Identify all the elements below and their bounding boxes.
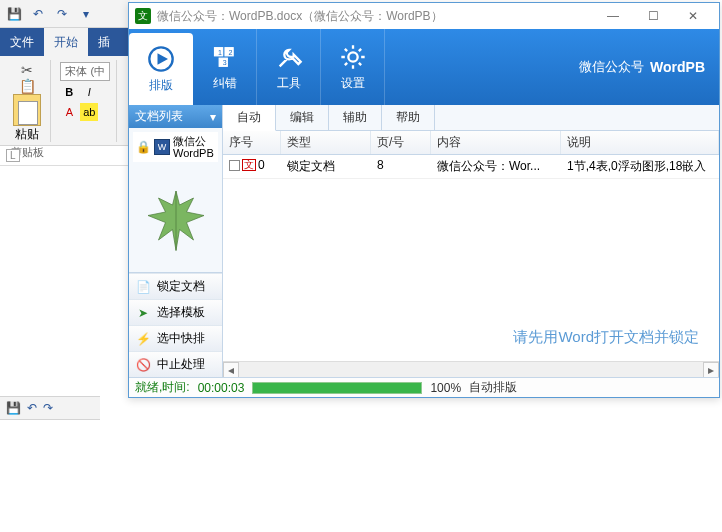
svg-text:1: 1 (218, 48, 222, 55)
col-seq[interactable]: 序号 (223, 131, 281, 154)
undo-icon[interactable]: ↶ (27, 401, 37, 415)
lock-icon: 📄 (135, 280, 151, 294)
ribbon-settings-label: 设置 (341, 75, 365, 92)
row-page: 8 (371, 155, 431, 178)
ribbon-correct-label: 纠错 (213, 75, 237, 92)
scroll-track[interactable] (239, 362, 703, 378)
maximize-button[interactable]: ☐ (633, 3, 673, 29)
progress-bar (252, 382, 422, 394)
hint-text: 请先用Word打开文档并锁定 (513, 328, 699, 347)
ribbon-settings[interactable]: 设置 (321, 29, 385, 105)
table-header: 序号 类型 页/号 内容 说明 (223, 131, 719, 155)
word-app: 💾 ↶ ↷ ▾ 文件 开始 插 ✂ 📋 粘贴 剪贴板 宋体 (中 B I (0, 0, 130, 532)
stop-label: 中止处理 (157, 356, 205, 373)
paste-button[interactable]: ✂ 📋 粘贴 (10, 62, 44, 143)
choose-template-label: 选择模板 (157, 304, 205, 321)
undo-icon[interactable]: ↶ (28, 4, 48, 24)
tab-home[interactable]: 开始 (44, 28, 88, 56)
lightning-icon: ⚡ (135, 332, 151, 346)
wpb-statusbar: 就绪,时间: 00:00:03 100% 自动排版 (129, 377, 719, 397)
tab-file[interactable]: 文件 (0, 28, 44, 56)
save-icon[interactable]: 💾 (4, 4, 24, 24)
col-desc[interactable]: 说明 (561, 131, 719, 154)
doc-name: 微信公 WordPB (173, 135, 214, 159)
highlight-button[interactable]: ab (80, 103, 98, 121)
qat-more-icon[interactable]: ▾ (76, 4, 96, 24)
wpb-app-icon: 文 (135, 8, 151, 24)
result-table: 序号 类型 页/号 内容 说明 文 0 锁定文档 8 (223, 131, 719, 377)
tab-auto[interactable]: 自动 (223, 105, 276, 131)
play-icon (147, 45, 175, 73)
tab-insert[interactable]: 插 (88, 28, 120, 56)
ribbon-tools-label: 工具 (277, 75, 301, 92)
scroll-right-icon[interactable]: ▸ (703, 362, 719, 378)
font-name-combo[interactable]: 宋体 (中 (60, 62, 110, 81)
tab-edit[interactable]: 编辑 (276, 105, 329, 130)
row-desc: 1节,4表,0浮动图形,18嵌入 (561, 155, 719, 178)
ribbon-tools[interactable]: 工具 (257, 29, 321, 105)
word-ruler: L (0, 146, 130, 166)
col-page[interactable]: 页/号 (371, 131, 431, 154)
sidebar-header-label: 文档列表 (135, 108, 183, 125)
doc-item[interactable]: 🔒 W 微信公 WordPB (133, 132, 218, 162)
col-type[interactable]: 类型 (281, 131, 371, 154)
wpb-tabbar: 自动 编辑 辅助 帮助 (223, 105, 719, 131)
quick-typeset-label: 选中快排 (157, 330, 205, 347)
lock-doc-label: 锁定文档 (157, 278, 205, 295)
word-tabbar: 文件 开始 插 (0, 28, 130, 56)
maple-leaf-icon (141, 184, 211, 254)
leaf-decoration (129, 166, 222, 272)
row-type: 锁定文档 (281, 155, 371, 178)
row-checkbox[interactable] (229, 160, 240, 171)
gear-icon (339, 43, 367, 71)
stop-button[interactable]: 🚫中止处理 (129, 351, 222, 377)
arrow-icon: ➤ (135, 306, 151, 320)
horizontal-scrollbar[interactable]: ◂ ▸ (223, 361, 719, 377)
ribbon-typeset[interactable]: 排版 (129, 33, 193, 105)
scroll-left-icon[interactable]: ◂ (223, 362, 239, 378)
italic-button[interactable]: I (80, 83, 98, 101)
sidebar-header: 文档列表 ▾ (129, 105, 222, 128)
ribbon-typeset-label: 排版 (149, 77, 173, 94)
redo-icon[interactable]: ↷ (52, 4, 72, 24)
blocks-icon: 123 (211, 43, 239, 71)
brand-prefix: 微信公众号 (579, 58, 644, 76)
status-percent: 100% (430, 381, 461, 395)
row-content: 微信公众号：Wor... (431, 155, 561, 178)
row-seq: 0 (258, 158, 265, 172)
wpb-window-title: 微信公众号：WordPB.docx（微信公众号：WordPB） (157, 8, 593, 25)
ruler-tab-mark: L (6, 149, 20, 162)
ribbon-correct[interactable]: 123 纠错 (193, 29, 257, 105)
bold-button[interactable]: B (60, 83, 78, 101)
row-badge: 文 (242, 159, 256, 171)
stop-icon: 🚫 (135, 358, 151, 372)
word-qat-bottom: 💾 ↶ ↷ (0, 396, 100, 420)
lock-doc-button[interactable]: 📄锁定文档 (129, 273, 222, 299)
wpb-sidebar: 文档列表 ▾ 🔒 W 微信公 WordPB 📄锁定文档 ➤选择模板 ⚡选 (129, 105, 223, 377)
wpb-main: 自动 编辑 辅助 帮助 序号 类型 页/号 内容 说明 文 (223, 105, 719, 377)
svg-point-7 (348, 52, 357, 61)
tab-help[interactable]: 帮助 (382, 105, 435, 130)
wordpb-window: 文 微信公众号：WordPB.docx（微信公众号：WordPB） — ☐ ✕ … (128, 2, 720, 398)
brand-name: WordPB (650, 59, 705, 75)
doc-list: 🔒 W 微信公 WordPB (129, 128, 222, 166)
choose-template-button[interactable]: ➤选择模板 (129, 299, 222, 325)
table-row[interactable]: 文 0 锁定文档 8 微信公众号：Wor... 1节,4表,0浮动图形,18嵌入 (223, 155, 719, 179)
close-button[interactable]: ✕ (673, 3, 713, 29)
redo-icon[interactable]: ↷ (43, 401, 53, 415)
word-doc-icon: W (154, 139, 170, 155)
progress-fill (253, 383, 421, 393)
font-color-button[interactable]: A (60, 103, 78, 121)
paste-label: 粘贴 (15, 126, 39, 143)
minimize-button[interactable]: — (593, 3, 633, 29)
save-icon[interactable]: 💾 (6, 401, 21, 415)
word-qat: 💾 ↶ ↷ ▾ (0, 0, 130, 28)
quick-typeset-button[interactable]: ⚡选中快排 (129, 325, 222, 351)
col-content[interactable]: 内容 (431, 131, 561, 154)
status-mode: 自动排版 (469, 379, 517, 396)
wpb-titlebar[interactable]: 文 微信公众号：WordPB.docx（微信公众号：WordPB） — ☐ ✕ (129, 3, 719, 29)
wpb-brand: 微信公众号 WordPB (579, 29, 719, 105)
svg-text:2: 2 (228, 48, 232, 55)
chevron-down-icon[interactable]: ▾ (210, 110, 216, 124)
tab-assist[interactable]: 辅助 (329, 105, 382, 130)
